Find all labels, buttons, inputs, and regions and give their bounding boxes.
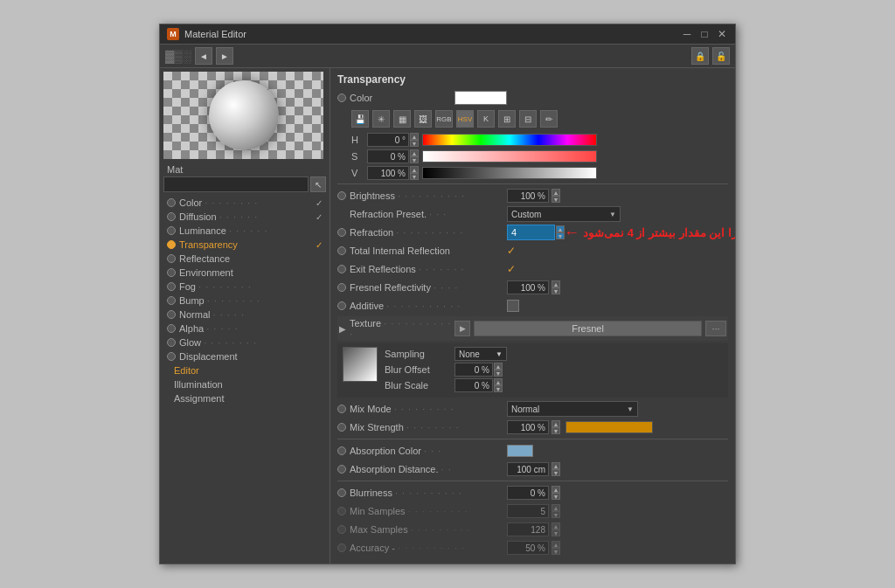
image-icon-btn[interactable]: 🖼 [414,110,432,128]
blurriness-spin-down[interactable]: ▼ [552,493,560,500]
s-color-slider[interactable] [422,150,597,163]
absorption-distance-spin-down[interactable]: ▼ [552,469,560,476]
s-input[interactable] [367,149,409,163]
blur-scale-spin-down[interactable]: ▼ [494,385,503,392]
blur-scale-input[interactable] [454,378,493,392]
fresnel-label: Fresnel Reflectivity · · · · [350,282,507,293]
hsv-icon-btn[interactable]: HSV [456,110,474,128]
absorption-distance-spin-up[interactable]: ▲ [552,462,560,469]
s-spin-up[interactable]: ▲ [410,149,419,156]
min-samples-value: ▲ ▼ [507,504,560,518]
h-spin-up[interactable]: ▲ [410,133,419,140]
sub-item-illumination[interactable]: Illumination [170,377,326,391]
h-spin-down[interactable]: ▼ [410,140,419,147]
search-input[interactable] [163,176,309,192]
unlock-button[interactable]: 🔓 [712,47,730,65]
max-samples-spin-up[interactable]: ▲ [552,522,560,529]
blurriness-input[interactable] [507,486,549,500]
layer-dot-environment [167,268,176,277]
asterisk-icon-btn[interactable]: ✳ [372,110,390,128]
rgb-icon-btn[interactable]: RGB [435,110,453,128]
layer-item-environment[interactable]: Environment [163,266,326,280]
layer-item-normal[interactable]: Normal · · · · · [163,308,326,322]
blur-offset-spin-up[interactable]: ▲ [494,363,503,370]
min-samples-spin-up[interactable]: ▲ [552,504,560,511]
layer-item-color[interactable]: Color · · · · · · · · ✓ [163,196,326,210]
texture-detail: Sampling None ▼ Blur Offset ▲ ▼ [337,343,728,398]
texture-dots-btn[interactable]: ··· [705,321,726,336]
brightness-spin-up[interactable]: ▲ [552,189,560,196]
h-input[interactable] [367,133,409,147]
accuracy-spin-up[interactable]: ▲ [552,541,560,548]
total-internal-check[interactable]: ✓ [507,245,516,257]
blur-offset-input[interactable] [454,363,493,377]
min-samples-spin-down[interactable]: ▼ [552,511,560,518]
v-input[interactable] [367,166,409,180]
save-icon-btn[interactable]: 💾 [351,110,369,128]
v-color-slider[interactable] [422,167,597,179]
fresnel-spin-down[interactable]: ▼ [552,287,560,294]
sub-item-assignment[interactable]: Assignment [170,391,326,405]
layer-item-transparency[interactable]: Transparency ✓ [163,238,326,252]
layer-dot-color [167,198,176,207]
minimize-button[interactable]: ─ [681,28,693,40]
blur-scale-spin-up[interactable]: ▲ [494,378,503,385]
max-samples-spin-down[interactable]: ▼ [552,529,560,536]
grid2-icon-btn[interactable]: ⊟ [519,110,537,128]
sampling-dropdown[interactable]: None ▼ [454,347,507,361]
absorption-distance-input[interactable] [507,462,549,476]
mix-strength-input[interactable] [507,420,549,434]
brightness-spin-down[interactable]: ▼ [552,196,560,203]
layer-item-displacement[interactable]: Displacement [163,349,326,363]
h-spinner: ▲ ▼ [410,133,419,147]
mix-strength-spin-down[interactable]: ▼ [552,427,560,434]
mix-strength-spin-up[interactable]: ▲ [552,420,560,427]
v-spin-up[interactable]: ▲ [410,166,419,173]
lock-button[interactable]: 🔒 [691,47,709,65]
s-spin-down[interactable]: ▼ [410,156,419,163]
grid-icon-btn[interactable]: ⊞ [498,110,516,128]
layer-item-luminance[interactable]: Luminance · · · · · · [163,224,326,238]
farsi-annotation-text: نمی‌دانم چرا این مقدار بیشتر از 4 نمی‌شو… [583,226,735,239]
accuracy-spin-down[interactable]: ▼ [552,548,560,555]
layer-item-bump[interactable]: Bump · · · · · · · · [163,294,326,308]
refraction-input[interactable] [507,225,555,240]
exit-reflections-check[interactable]: ✓ [507,263,516,275]
texture-collapse-icon[interactable]: ▶ [339,324,346,334]
k-icon-btn[interactable]: K [477,110,495,128]
nav-back-button[interactable]: ◄ [195,47,212,65]
layer-item-glow[interactable]: Glow · · · · · · · · [163,336,326,349]
layer-item-diffusion[interactable]: Diffusion · · · · · · ✓ [163,210,326,224]
brightness-input[interactable] [507,189,549,203]
texture-play-btn[interactable]: ▶ [454,321,470,336]
v-spin-down[interactable]: ▼ [410,173,419,180]
layer-item-reflectance[interactable]: Reflectance [163,252,326,266]
sub-item-editor[interactable]: Editor [170,363,326,377]
divider-1 [337,183,728,184]
fresnel-input[interactable] [507,280,549,294]
additive-checkbox[interactable] [507,300,519,312]
maximize-button[interactable]: □ [698,28,711,40]
blurriness-spin-up[interactable]: ▲ [552,486,560,493]
cursor-button[interactable]: ↖ [310,176,326,192]
pen-icon-btn[interactable]: ✏ [540,110,558,128]
close-button[interactable]: ✕ [716,28,728,40]
absorption-color-swatch[interactable] [507,445,533,457]
refraction-preset-dropdown[interactable]: Custom ▼ [507,206,621,222]
fresnel-spin-up[interactable]: ▲ [552,280,560,287]
refraction-row: Refraction · · · · · · · · · · ▲ ▼ ← نمی… [337,225,728,240]
h-color-slider[interactable] [422,134,597,146]
min-samples-input[interactable] [507,504,549,518]
layer-item-alpha[interactable]: Alpha · · · · · [163,322,326,336]
toolbar: ▓▒░ ◄ ► 🔒 🔓 [160,45,735,68]
color-swatch[interactable] [454,91,507,105]
nav-forward-button[interactable]: ► [216,47,233,65]
texture-icon-btn[interactable]: ▦ [393,110,411,128]
max-samples-input[interactable] [507,522,549,536]
blur-offset-spin-down[interactable]: ▼ [494,370,503,377]
accuracy-input[interactable] [507,541,549,555]
layer-item-fog[interactable]: Fog · · · · · · · · [163,280,326,294]
fresnel-bar[interactable]: Fresnel [474,321,702,336]
mix-mode-dropdown[interactable]: Normal ▼ [507,401,638,417]
absorption-distance-label: Absorption Distance. · · [350,464,507,474]
